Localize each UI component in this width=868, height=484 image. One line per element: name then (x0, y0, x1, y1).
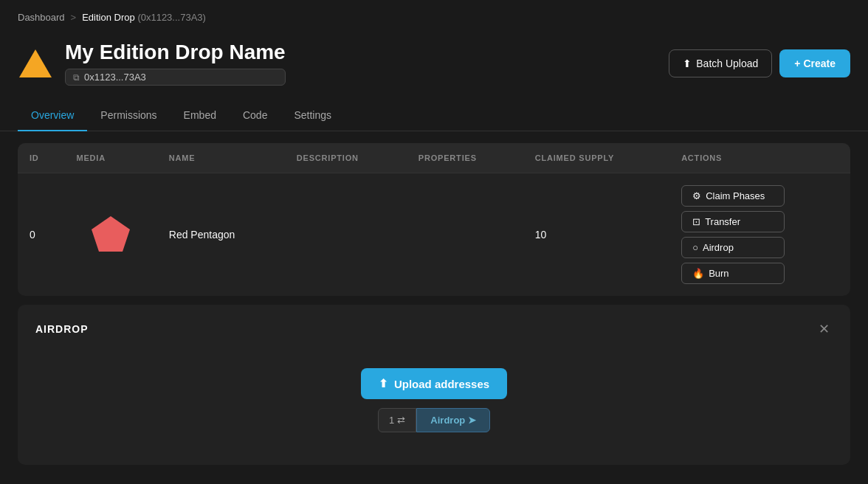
airdrop-actions: ⬆ Upload addresses 1 ⇄ Airdrop ➤ (35, 353, 833, 447)
airdrop-confirm-button[interactable]: Airdrop ➤ (416, 408, 490, 432)
page-header: My Edition Drop Name ⧉ 0x1123...73A3 ⬆ B… (0, 35, 868, 100)
col-description: DESCRIPTION (285, 143, 407, 173)
airdrop-bottom-row: 1 ⇄ Airdrop ➤ (378, 408, 490, 432)
col-name: NAME (157, 143, 285, 173)
cell-name: Red Pentagon (157, 173, 285, 297)
tab-embed[interactable]: Embed (170, 100, 230, 131)
airdrop-close-button[interactable]: ✕ (816, 319, 833, 339)
triangle-shape-icon (19, 49, 52, 77)
quantity-icon: ⇄ (397, 415, 405, 426)
col-actions: ACTIONS (669, 143, 850, 173)
tab-settings[interactable]: Settings (280, 100, 345, 131)
cell-media (65, 173, 157, 297)
airdrop-header: AIRDROP ✕ (35, 319, 833, 339)
batch-upload-button[interactable]: ⬆ Batch Upload (669, 49, 772, 77)
table-row: 0 Red Pentagon 10 ⚙ Clai (18, 173, 850, 297)
pentagon-icon (90, 215, 131, 255)
breadcrumb-home[interactable]: Dashboard (18, 12, 65, 23)
header-buttons: ⬆ Batch Upload + Create (669, 49, 850, 77)
address-text: 0x1123...73A3 (84, 72, 146, 83)
col-id: ID (18, 143, 65, 173)
header-title-group: My Edition Drop Name ⧉ 0x1123...73A3 (65, 41, 286, 86)
burn-button[interactable]: 🔥 Burn (681, 263, 785, 284)
col-claimed-supply: CLAIMED SUPPLY (523, 143, 669, 173)
tab-permissions[interactable]: Permissions (87, 100, 170, 131)
tab-code[interactable]: Code (230, 100, 280, 131)
nft-table: ID MEDIA NAME DESCRIPTION PROPERTIES CLA… (18, 143, 850, 296)
cell-id: 0 (18, 173, 65, 297)
breadcrumb: Dashboard > Edition Drop (0x1123...73A3) (0, 0, 868, 35)
transfer-icon: ⊡ (692, 216, 700, 227)
cell-description (285, 173, 407, 297)
cell-properties (407, 173, 523, 297)
airdrop-icon: ○ (692, 242, 698, 253)
airdrop-title: AIRDROP (35, 323, 89, 335)
page-title: My Edition Drop Name (65, 41, 286, 64)
col-media: MEDIA (65, 143, 157, 173)
contract-icon (18, 46, 53, 81)
cell-claimed-supply: 10 (523, 173, 669, 297)
airdrop-panel: AIRDROP ✕ ⬆ Upload addresses 1 ⇄ Airdrop… (18, 305, 850, 465)
batch-upload-icon: ⬆ (683, 58, 692, 69)
copy-icon: ⧉ (73, 72, 80, 83)
breadcrumb-current: Edition Drop (0x1123...73A3) (82, 12, 206, 23)
main-content: ID MEDIA NAME DESCRIPTION PROPERTIES CLA… (0, 143, 868, 465)
breadcrumb-separator: > (71, 12, 77, 23)
create-button[interactable]: + Create (779, 49, 850, 77)
transfer-button[interactable]: ⊡ Transfer (681, 211, 785, 232)
cell-actions: ⚙ Claim Phases ⊡ Transfer ○ Airdrop 🔥 (669, 173, 850, 297)
table-header-row: ID MEDIA NAME DESCRIPTION PROPERTIES CLA… (18, 143, 850, 173)
claim-phases-button[interactable]: ⚙ Claim Phases (681, 185, 785, 207)
gear-icon: ⚙ (692, 190, 701, 201)
airdrop-button[interactable]: ○ Airdrop (681, 237, 785, 258)
media-container (77, 215, 145, 255)
quantity-badge: 1 ⇄ (378, 408, 416, 432)
burn-icon: 🔥 (692, 268, 704, 279)
col-properties: PROPERTIES (407, 143, 523, 173)
tab-overview[interactable]: Overview (18, 100, 87, 131)
upload-icon: ⬆ (379, 377, 388, 390)
upload-addresses-button[interactable]: ⬆ Upload addresses (361, 368, 507, 399)
nav-tabs: Overview Permissions Embed Code Settings (0, 100, 868, 131)
actions-group: ⚙ Claim Phases ⊡ Transfer ○ Airdrop 🔥 (681, 185, 838, 284)
svg-marker-0 (92, 216, 130, 252)
header-left: My Edition Drop Name ⧉ 0x1123...73A3 (18, 41, 286, 86)
address-badge[interactable]: ⧉ 0x1123...73A3 (65, 69, 286, 86)
